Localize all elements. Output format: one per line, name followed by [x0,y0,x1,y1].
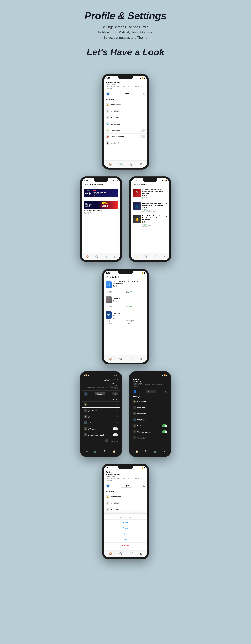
nav-cart-7[interactable]: 🛒 [130,552,133,556]
settings-item-wishlist[interactable]: ♡ My Wishlist › [104,108,147,114]
dark-item-orders[interactable]: 🛍 My Orders › [131,411,170,417]
nav-search[interactable]: 🔍 [119,162,122,166]
nav-search-3[interactable]: 🔍 [144,255,148,258]
nav-settings-5[interactable]: ⚙ [86,450,88,453]
back-button-notif[interactable]: < Back [84,184,88,186]
nav-cart[interactable]: 🛒 [130,162,133,166]
dark-item-dark-theme[interactable]: 🌙 Dark Theme [131,423,170,429]
jacket-thumb: 🧥 [133,202,141,210]
ar-dark-toggle[interactable] [113,427,118,430]
lang-user-icon: 👤 [106,484,110,488]
happy-ny-discount: Upto 55% Off! [84,212,118,213]
back-button-wishlist[interactable]: < Back [133,184,138,186]
arabic-item-orders[interactable]: ‹ طلباتي 🛍 [82,414,120,420]
arabic-item-wishlist[interactable]: ‹ قائمة أمنياتي ♡ [82,408,120,414]
order-item-1[interactable]: 💦 170 cm Inflatable Spray Water Cushion … [104,280,147,295]
dark-getnotif-toggle-on[interactable] [162,430,167,434]
dark-logout-button[interactable]: Logout [146,390,156,393]
lang-option-urdu[interactable]: Urdu [104,531,147,537]
arabic-grid-icon[interactable]: ⊞ [112,392,118,396]
arabic-item-getnotif[interactable]: الحصول على الإشعارات 🔕 [82,432,120,438]
signal-7: 📶 [142,467,144,469]
settings-item-orders[interactable]: 🛍 My Orders › [104,114,147,121]
wishlist-item-1[interactable]: 🍷 2 Styles of Deer Head Wine Mouth Deer … [131,187,170,201]
nav-settings-3[interactable]: ⚙ [162,255,165,258]
nav-settings-4[interactable]: ⚙ [140,358,142,360]
lang-logout-button[interactable]: Logout [121,484,132,488]
settings-item-languages[interactable]: 🌐 Languages › [104,121,147,127]
status-icons-6: ▲ 📶 ▮ [162,374,167,376]
lang-grid-icon[interactable]: ⊞ [143,484,145,487]
nav-search-6[interactable]: 🔍 [144,450,148,453]
nav-cart-2[interactable]: 🛒 [104,255,108,258]
dark-theme-toggle-on[interactable] [162,424,167,427]
lang-item-notifications[interactable]: 🔔 Notifications › [104,494,147,500]
nav-search-5[interactable]: 🔍 [103,450,107,453]
settings-item-get-notifications[interactable]: 🔕 Get Notifications [104,134,147,140]
nav-home[interactable]: 🏠 [109,162,112,166]
dark-item-languages[interactable]: 🌐 Languages › [131,417,170,423]
profile-screen: 1:49 ▲ 📶 ▮ Ahmed Hasan 03323216882 Memon… [104,76,147,168]
ar-orders-icon: 🛍 [84,415,87,418]
nav-search-7[interactable]: 🔍 [119,552,122,556]
order-no-value-1: 00575976I318041 [126,289,145,290]
wishlist-item-2[interactable]: 🧥 2018 New Waterproof Winter Jacket Men … [131,201,170,214]
lang-option-arabic[interactable]: Arabic [104,526,147,531]
wishlist-item-3[interactable]: 🦺 Brand Clothing Vest Jacket Mens New Au… [131,214,170,228]
order-status-label-3: Order Status: [106,321,125,322]
nav-cart-6[interactable]: 🛒 [154,450,157,453]
nav-cart-5[interactable]: 🛒 [94,450,98,453]
dark-item-getnotif[interactable]: 🔕 Get Notifications [131,429,170,435]
nav-home-5[interactable]: 🏠 [112,450,116,453]
lang-option-english[interactable]: English [104,520,147,526]
lang-option-french[interactable]: French [104,537,147,543]
nav-home-3[interactable]: 🏠 [135,255,138,258]
nav-home-2[interactable]: 🏠 [86,255,90,258]
nav-settings-6[interactable]: ⚙ [162,450,165,453]
wishlist-delete-3[interactable]: ✕ [166,215,168,218]
arabic-logout-button[interactable]: Logout [95,392,105,396]
dark-notif-icon: 🔔 [133,400,136,403]
time-4: 1:49 [106,272,110,274]
order-item-3[interactable]: 👕 2020 NEW Clothes Men Knitted Polo Shir… [104,310,147,325]
nav-home-6[interactable]: 🏠 [135,450,138,453]
arabic-item-languages[interactable]: ‹ اللغات 🌐 [82,420,120,426]
nav-home-7[interactable]: 🏠 [109,552,112,556]
nav-search-2[interactable]: 🔍 [95,255,98,258]
get-notif-toggle[interactable] [140,135,145,138]
nav-settings-active[interactable]: ⚙ [140,162,142,166]
settings-item-dark-theme[interactable]: 🌙 Dark Theme [104,127,147,134]
ar-notif-toggle[interactable] [113,434,118,436]
lang-cancel-button[interactable]: Cancel [104,543,147,548]
dark-chevron-3: › [166,413,167,415]
arabic-item-dark[interactable]: مظهر داكي 🌙 [82,426,120,432]
logout-button[interactable]: Logout [121,92,132,96]
nav-home-4[interactable]: 🏠 [109,358,112,360]
nav-settings-7[interactable]: ⚙ [140,552,142,556]
nav-cart-3[interactable]: 🛒 [154,255,157,258]
lang-settings-title: Settings [104,489,147,494]
arabic-item-notifications[interactable]: ‹ إشعارات 🔔 [82,402,120,408]
dark-item-wishlist[interactable]: ♡ My Wishlist › [131,405,170,411]
product-size-2: Size: US size M 60-70kg [142,211,164,212]
notif-item-1[interactable]: new year 2021 new New Year Sale 2021 Upt… [82,187,120,199]
dark-item-notifications[interactable]: 🔔 Notifications › [131,398,170,405]
orders-label: My Orders [111,116,119,118]
grid-icon[interactable]: ⊞ [143,92,145,95]
order-row-2: ✂️ 2020 Hair stylist essential hair drye… [106,296,145,304]
notif-item-2[interactable]: HAPPY NEW YEAR SALE MEGA SALE Happy New … [82,199,120,216]
nav-search-4[interactable]: 🔍 [119,358,122,360]
wishlist-delete-2[interactable]: ✕ [166,202,168,205]
nav-cart-4[interactable]: 🛒 [130,358,133,360]
back-button-orders[interactable]: < Back [106,276,111,278]
lang-item-orders[interactable]: 🛍 My Orders › [104,506,147,513]
nav-settings-2[interactable]: ⚙ [113,255,116,258]
order-item-2[interactable]: ✂️ 2020 Hair stylist essential hair drye… [104,295,147,310]
dark-grid-icon[interactable]: ⊞ [165,390,167,393]
lang-item-wishlist[interactable]: ♡ My Wishlist › [104,500,147,506]
wishlist-delete-1[interactable]: ✕ [166,189,168,191]
settings-item-notifications[interactable]: 🔔 Notifications › [104,102,147,108]
dark-theme-toggle[interactable] [140,129,145,132]
row-1: 1:49 ▲ 📶 ▮ Ahmed Hasan 03323216882 Memon… [102,74,149,170]
lang-orders-label: My Orders [111,508,119,510]
